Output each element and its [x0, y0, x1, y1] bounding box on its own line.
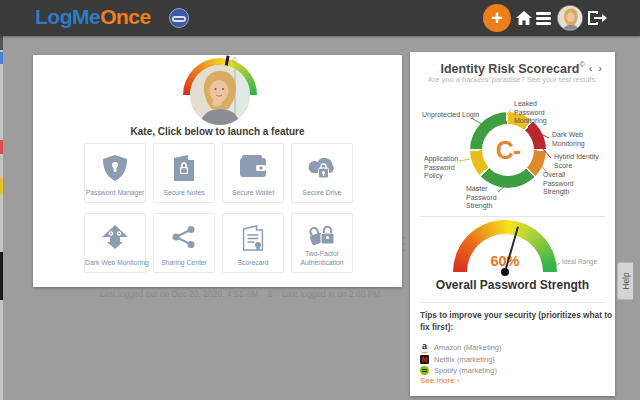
- user-avatar[interactable]: [557, 5, 583, 31]
- feature-tile-grid: Password Manager Secure Notes Secure Wal…: [84, 143, 354, 273]
- tile-scorecard[interactable]: Scorecard: [222, 213, 284, 273]
- launcher-panel: © Kate, Click below to launch a feature …: [33, 55, 402, 287]
- tile-label: Sharing Center: [154, 259, 214, 267]
- background-window-sliver: [0, 36, 3, 400]
- note-lock-icon: [174, 155, 194, 181]
- see-more-text: See more: [420, 376, 455, 385]
- home-icon[interactable]: [516, 11, 532, 30]
- sliver-red: [0, 140, 3, 154]
- tile-password-manager[interactable]: Password Manager: [84, 143, 146, 203]
- help-tab-label: Help: [621, 272, 631, 289]
- logo-part-blue: LogMe: [35, 5, 100, 28]
- add-button[interactable]: +: [483, 4, 511, 32]
- tip-amazon[interactable]: a Amazon (Marketing): [420, 343, 502, 352]
- gauge-title: Overall Password Strength: [410, 278, 615, 292]
- session-info: Last logged out on Dec 20, 2020, 4:51 AM…: [40, 289, 440, 299]
- label-overall-password-strength: Overall Password Strength: [543, 171, 574, 197]
- document-award-icon: [243, 225, 264, 251]
- label-dark-web-monitoring: Dark Web Monitoring: [552, 131, 585, 148]
- tip-spotify[interactable]: Spotify (marketing): [420, 366, 502, 375]
- tile-secure-notes[interactable]: Secure Notes: [153, 143, 215, 203]
- sliver-black: [0, 252, 3, 300]
- sliver-blue: [0, 52, 3, 64]
- tile-label: Scorecard: [223, 259, 283, 267]
- last-logged-in: Last logged in on 2:00 PM: [282, 289, 381, 299]
- logo-part-orange: Once: [100, 5, 151, 28]
- sliver-yellow: [0, 178, 3, 194]
- tile-secure-wallet[interactable]: Secure Wallet: [222, 143, 284, 203]
- profile-photo[interactable]: [190, 65, 250, 125]
- label-master-password-strength: Master Password Strength: [466, 185, 497, 211]
- divider: [420, 302, 605, 303]
- shield-keyhole-icon: [103, 155, 127, 181]
- label-leaked-password-monitoring: Leaked Password Monitoring: [514, 100, 547, 126]
- tile-label: Secure Notes: [154, 189, 214, 197]
- scorecard-subtitle: Are you a hackers' paradise? See your te…: [410, 75, 615, 84]
- tile-two-factor-authentication[interactable]: Two-Factor Authentication: [291, 213, 353, 273]
- divider: [420, 216, 605, 217]
- tip-netflix[interactable]: N Netflix (marketing): [420, 355, 502, 364]
- help-tab[interactable]: Help: [617, 262, 633, 300]
- tip-label: Amazon (Marketing): [434, 343, 502, 352]
- tile-label: Secure Drive: [292, 189, 352, 197]
- greeting-text: Kate, Click below to launch a feature: [33, 126, 402, 137]
- amazon-icon: a: [420, 343, 429, 352]
- label-hybrid-identity-score: Hybrid Identity Score: [554, 153, 599, 170]
- scorecard-next-arrow[interactable]: ›: [595, 62, 605, 74]
- tips-list: a Amazon (Marketing) N Netflix (marketin…: [420, 343, 502, 378]
- tips-title: Tips to improve your security (prioritiz…: [420, 309, 612, 333]
- tile-sharing-center[interactable]: Sharing Center: [153, 213, 215, 273]
- logmeonce-logo[interactable]: LogMeOnce: [35, 5, 151, 29]
- profile-arc-copyright: ©: [232, 57, 237, 64]
- tile-label: Secure Wallet: [223, 189, 283, 197]
- scorecard-copyright: ©: [579, 61, 584, 68]
- app-header: LogMeOnce +: [0, 0, 640, 36]
- session-separator: &: [267, 289, 273, 299]
- tile-label: Two-Factor Authentication: [292, 250, 352, 267]
- double-lock-icon: [308, 225, 336, 247]
- panel-resize-handle[interactable]: [401, 237, 406, 251]
- menu-icon[interactable]: [536, 12, 551, 27]
- scorecard-prev-arrow[interactable]: ‹: [586, 62, 596, 74]
- ideal-range-label: Ideal Range: [562, 258, 597, 265]
- cloud-lock-icon: [309, 155, 336, 179]
- chevron-right-icon: ›: [457, 376, 460, 385]
- risk-grade-badge: C-: [482, 124, 534, 176]
- tip-label: Spotify (marketing): [434, 366, 497, 375]
- scorecard-title: Identity Risk Scorecard: [440, 62, 579, 76]
- tile-secure-drive[interactable]: Secure Drive: [291, 143, 353, 203]
- share-nodes-icon: [172, 225, 196, 249]
- risk-grade: C-: [496, 136, 520, 165]
- spotify-icon: [420, 366, 429, 375]
- tile-label: Password Manager: [85, 189, 145, 197]
- see-more-link[interactable]: See more ›: [420, 376, 460, 385]
- trust-seal-icon: [169, 8, 189, 28]
- identity-risk-panel: Identity Risk Scorecard© ‹› Are you a ha…: [410, 52, 615, 396]
- sliver-dark: [0, 36, 3, 50]
- label-application-password-policy: Application Password Policy: [424, 155, 458, 181]
- tile-dark-web-monitoring[interactable]: Dark Web Monitoring: [84, 213, 146, 273]
- label-unprotected-login: Unprotected Login: [422, 111, 472, 120]
- wallet-icon: [240, 155, 266, 177]
- last-logged-out: Last logged out on Dec 20, 2020, 4:51 AM: [99, 289, 258, 299]
- logout-icon[interactable]: [588, 11, 607, 29]
- netflix-icon: N: [420, 355, 429, 364]
- gauge-pivot: [501, 268, 509, 276]
- spider-icon: [102, 225, 128, 249]
- tile-label: Dark Web Monitoring: [85, 259, 145, 267]
- tip-label: Netflix (marketing): [434, 355, 495, 364]
